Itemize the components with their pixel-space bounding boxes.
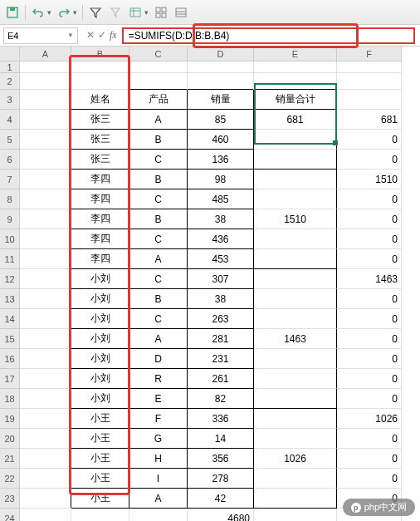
row-header[interactable]: 5 <box>0 130 20 150</box>
filter-icon[interactable] <box>88 5 103 20</box>
name-box[interactable]: E4 ▼ <box>3 27 78 44</box>
cell-E17[interactable] <box>254 369 337 389</box>
spreadsheet-grid[interactable]: A B C D E F 123姓名产品销量销量合计4张三A856816815张三… <box>0 47 420 521</box>
cell-F10[interactable]: 0 <box>337 229 402 249</box>
cancel-icon[interactable]: ✕ <box>86 29 95 42</box>
cell-A12[interactable] <box>20 269 71 289</box>
row-header[interactable]: 7 <box>0 170 20 189</box>
cell-D18[interactable]: 82 <box>188 389 254 409</box>
row-header[interactable]: 3 <box>0 90 20 110</box>
cell-C11[interactable]: A <box>129 249 188 269</box>
cell-D20[interactable]: 14 <box>188 429 254 449</box>
row-header[interactable]: 18 <box>0 389 20 409</box>
cell-D22[interactable]: 278 <box>188 469 254 489</box>
col-header-A[interactable]: A <box>20 47 71 61</box>
cell-D24[interactable]: 4680 <box>188 509 254 521</box>
cell-E7[interactable] <box>254 170 337 189</box>
cell-F6[interactable]: 0 <box>337 150 402 170</box>
cell-B17[interactable]: 小刘 <box>71 369 129 389</box>
cell-D23[interactable]: 42 <box>188 489 254 509</box>
cell-C9[interactable]: B <box>129 209 188 229</box>
cell-E2[interactable] <box>254 73 337 90</box>
row-header[interactable]: 2 <box>0 73 20 90</box>
cell-C23[interactable]: A <box>129 489 188 509</box>
row-header[interactable]: 14 <box>0 309 20 329</box>
cell-E13[interactable] <box>254 289 337 309</box>
cell-F11[interactable]: 0 <box>337 249 402 269</box>
name-box-dropdown-icon[interactable]: ▼ <box>67 32 74 39</box>
select-all-corner[interactable] <box>0 47 20 61</box>
cell-A20[interactable] <box>20 429 71 449</box>
cell-C24[interactable] <box>129 509 188 521</box>
cell-A21[interactable] <box>20 449 71 469</box>
cell-B14[interactable]: 小刘 <box>71 309 129 329</box>
cell-C12[interactable]: C <box>129 269 188 289</box>
cell-B20[interactable]: 小王 <box>71 429 129 449</box>
cell-C21[interactable]: H <box>129 449 188 469</box>
cell-F15[interactable]: 0 <box>337 329 402 349</box>
row-header[interactable]: 13 <box>0 289 20 309</box>
fx-icon[interactable]: fx <box>110 29 117 42</box>
undo-icon[interactable] <box>31 5 46 20</box>
cell-C15[interactable]: A <box>129 329 188 349</box>
cell-A15[interactable] <box>20 329 71 349</box>
cell-E3[interactable]: 销量合计 <box>254 90 337 110</box>
row-header[interactable]: 16 <box>0 349 20 369</box>
cell-B9[interactable]: 李四 <box>71 209 129 229</box>
subtotal-icon[interactable] <box>173 5 188 20</box>
cell-F8[interactable]: 0 <box>337 189 402 209</box>
cell-A19[interactable] <box>20 409 71 429</box>
enter-icon[interactable]: ✓ <box>98 29 106 42</box>
cell-F22[interactable]: 0 <box>337 469 402 489</box>
cell-B5[interactable]: 张三 <box>71 130 129 150</box>
cell-D4[interactable]: 85 <box>188 110 254 130</box>
cell-B11[interactable]: 李四 <box>71 249 129 269</box>
cell-D3[interactable]: 销量 <box>188 90 254 110</box>
cell-F1[interactable] <box>337 61 402 73</box>
cell-E21[interactable]: 1026 <box>254 449 337 469</box>
col-header-E[interactable]: E <box>254 47 337 61</box>
row-header[interactable]: 15 <box>0 329 20 349</box>
col-header-C[interactable]: C <box>129 47 188 61</box>
cell-D16[interactable]: 231 <box>188 349 254 369</box>
cell-E22[interactable] <box>254 469 337 489</box>
cell-E14[interactable] <box>254 309 337 329</box>
cell-D2[interactable] <box>188 73 254 90</box>
cell-D15[interactable]: 281 <box>188 329 254 349</box>
cell-F16[interactable]: 0 <box>337 349 402 369</box>
cell-A4[interactable] <box>20 110 71 130</box>
cell-F20[interactable]: 0 <box>337 429 402 449</box>
cell-D14[interactable]: 263 <box>188 309 254 329</box>
row-header[interactable]: 6 <box>0 150 20 170</box>
cell-E24[interactable] <box>254 509 337 521</box>
formula-input[interactable]: =SUMIFS(D:D,B:B,B4) <box>122 27 415 44</box>
cell-A24[interactable] <box>20 509 71 521</box>
row-header[interactable]: 24 <box>0 509 20 521</box>
cell-A7[interactable] <box>20 170 71 189</box>
row-header[interactable]: 20 <box>0 429 20 449</box>
cell-F2[interactable] <box>337 73 402 90</box>
cell-D1[interactable] <box>188 61 254 73</box>
cell-C2[interactable] <box>129 73 188 90</box>
row-header[interactable]: 12 <box>0 269 20 289</box>
cell-B13[interactable]: 小刘 <box>71 289 129 309</box>
cell-B23[interactable]: 小王 <box>71 489 129 509</box>
cell-A1[interactable] <box>20 61 71 73</box>
cell-C13[interactable]: B <box>129 289 188 309</box>
cell-B4[interactable]: 张三 <box>71 110 129 130</box>
cell-E9[interactable]: 1510 <box>254 209 337 229</box>
save-icon[interactable] <box>5 5 20 20</box>
cell-D19[interactable]: 336 <box>188 409 254 429</box>
cell-C4[interactable]: A <box>129 110 188 130</box>
cell-A10[interactable] <box>20 229 71 249</box>
cell-A16[interactable] <box>20 349 71 369</box>
cell-D8[interactable]: 485 <box>188 189 254 209</box>
cell-F17[interactable]: 0 <box>337 369 402 389</box>
row-header[interactable]: 8 <box>0 189 20 209</box>
cell-C22[interactable]: I <box>129 469 188 489</box>
redo-icon[interactable] <box>56 5 71 20</box>
row-header[interactable]: 19 <box>0 409 20 429</box>
clear-filter-icon[interactable] <box>108 5 123 20</box>
cell-F13[interactable]: 0 <box>337 289 402 309</box>
cell-C8[interactable]: C <box>129 189 188 209</box>
